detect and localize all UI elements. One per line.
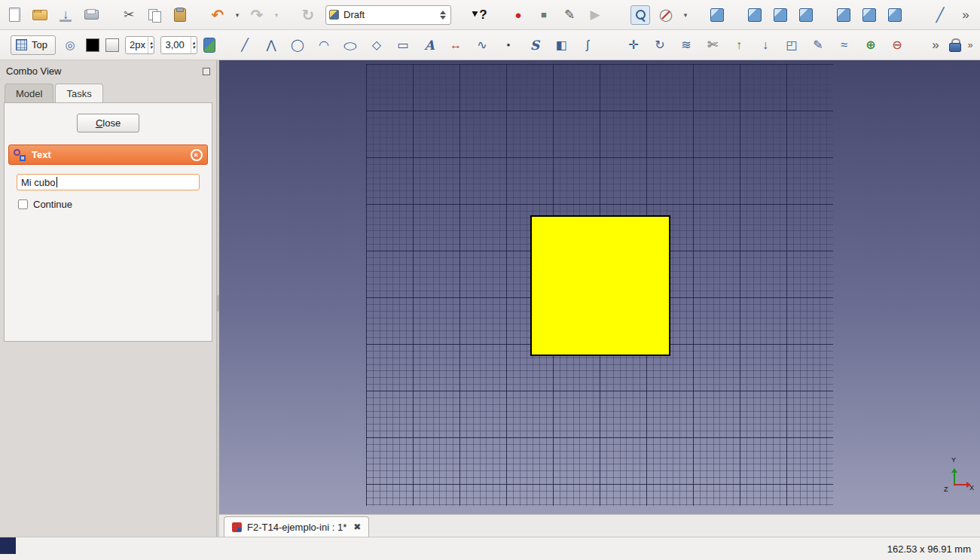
3d-viewport[interactable]: Y X Z [219, 60, 980, 514]
draw-style-dropdown-icon[interactable]: ▾ [682, 5, 689, 25]
draft-point-icon[interactable]: ● [499, 35, 518, 55]
draft-text-icon[interactable]: A [420, 35, 439, 55]
new-file-icon[interactable] [5, 5, 24, 25]
tab-model[interactable]: Model [5, 84, 53, 102]
viewport-column: Y X Z F2-T14-ejemplo-ini : 1* ✖ [219, 60, 980, 537]
draft-upgrade-icon[interactable]: ↑ [729, 35, 749, 55]
viewport-dimensions: 162.53 x 96.91 mm [887, 543, 971, 555]
measure-icon[interactable]: ╱ [930, 5, 950, 25]
panel-title: Combo View [6, 65, 61, 77]
toolbar2-extension-icon[interactable]: » [965, 35, 975, 55]
workbench-selector[interactable]: Draft [325, 5, 451, 25]
draft-rotate-icon[interactable]: ↻ [650, 35, 670, 55]
undo-dropdown-icon[interactable]: ▾ [234, 5, 241, 25]
draft-wire-join-icon[interactable]: ≈ [835, 35, 854, 55]
draw-style-icon[interactable]: ◯ [656, 5, 676, 25]
draft-downgrade-icon[interactable]: ↓ [756, 35, 775, 55]
lock-toolbar-icon[interactable] [945, 35, 965, 55]
draft-rectangle-icon[interactable]: ▭ [393, 35, 413, 55]
spinner-arrows-icon[interactable]: ▴ ▾ [191, 37, 197, 53]
view-front-icon[interactable] [745, 5, 765, 25]
cut-icon[interactable]: ✂ [119, 5, 139, 25]
text-caret [56, 177, 57, 187]
macro-stop-icon[interactable]: ■ [534, 5, 554, 25]
continue-label: Continue [33, 199, 72, 210]
text-size-value: 3,00 [161, 39, 190, 50]
draft-tray-plane-icon[interactable]: ◎ [60, 35, 80, 55]
draft-add-point-icon[interactable]: ⊕ [861, 35, 881, 55]
draft-polyline-icon[interactable]: ⋀ [261, 35, 281, 55]
document-tab[interactable]: F2-T14-ejemplo-ini : 1* ✖ [224, 516, 369, 537]
whats-this-icon[interactable]: ? [471, 5, 490, 25]
draft-trim-icon[interactable]: ✄ [703, 35, 722, 55]
zoom-icon[interactable] [630, 5, 650, 25]
view-rear-icon[interactable] [834, 5, 853, 25]
draft-move-icon[interactable]: ✛ [624, 35, 643, 55]
view-top-icon[interactable] [771, 5, 790, 25]
task-body: Mi cubo Continue [8, 174, 208, 210]
draft-edit-icon[interactable]: ✎ [808, 35, 828, 55]
macro-edit-icon[interactable]: ✎ [560, 5, 579, 25]
draft-offset-icon[interactable]: ≋ [676, 35, 696, 55]
draft-text-task-icon [14, 149, 26, 161]
save-icon[interactable]: ↓ [56, 5, 75, 25]
line-width-spinbox[interactable]: 2px ▴ ▾ [125, 36, 154, 54]
main-area: Combo View Model Tasks Close Text « [0, 60, 980, 537]
draft-bspline-icon[interactable]: ∿ [472, 35, 492, 55]
macro-record-icon[interactable]: ● [508, 5, 528, 25]
paste-icon[interactable] [170, 5, 190, 25]
continue-checkbox-row[interactable]: Continue [18, 199, 208, 210]
text-input-value: Mi cubo [21, 177, 56, 188]
continue-checkbox[interactable] [18, 199, 28, 209]
draft-dimension-icon[interactable]: ↔ [446, 35, 466, 55]
view-axonometric-icon[interactable] [707, 5, 727, 25]
collapse-icon[interactable]: « [191, 149, 203, 161]
working-plane-button[interactable]: Top [11, 35, 56, 55]
draft-shapestring-icon[interactable]: S [525, 35, 545, 55]
view-right-icon[interactable] [796, 5, 816, 25]
view-left-icon[interactable] [885, 5, 905, 25]
refresh-icon[interactable]: ↻ [298, 5, 318, 25]
cube-top-face[interactable] [530, 215, 670, 356]
line-width-value: 2px [126, 39, 148, 50]
dock-float-icon[interactable] [203, 68, 210, 75]
redo-dropdown-icon[interactable]: ▾ [273, 5, 280, 25]
macro-play-icon[interactable]: ▶ [585, 5, 605, 25]
redo-icon[interactable]: ↷ [247, 5, 267, 25]
face-color-swatch[interactable] [105, 38, 119, 52]
apply-style-icon[interactable] [203, 38, 215, 53]
draft-bezier-icon[interactable]: ʃ [578, 35, 597, 55]
text-task-header[interactable]: Text « [8, 145, 208, 165]
text-size-spinbox[interactable]: 3,00 ▴ ▾ [160, 36, 197, 54]
print-icon[interactable] [81, 5, 101, 25]
close-button[interactable]: Close [77, 114, 139, 132]
tab-close-icon[interactable]: ✖ [353, 522, 361, 532]
draft-polygon-icon[interactable]: ◇ [367, 35, 386, 55]
spinner-arrows-icon[interactable]: ▴ ▾ [148, 37, 154, 53]
combo-spinner-icon[interactable] [440, 11, 447, 20]
draft-scale-icon[interactable]: ◰ [782, 35, 801, 55]
tab-tasks[interactable]: Tasks [55, 84, 102, 102]
axis-x-arrow-icon [954, 484, 967, 485]
toolbar-draft: Top ◎ 2px ▴ ▾ 3,00 ▴ ▾ ╱ ⋀ ◯ [0, 30, 980, 60]
draft-workbench-icon [329, 10, 339, 20]
toolbar-standard-left: ↓ ✂ ↶ ▾ ↷ ▾ ↻ [5, 5, 318, 25]
view-bottom-icon[interactable] [859, 5, 879, 25]
draft-line-icon[interactable]: ╱ [235, 35, 255, 55]
line-color-swatch[interactable] [86, 38, 99, 52]
toolbar-extension-icon[interactable]: » [956, 5, 975, 25]
draft-ellipse-icon[interactable]: ◯ [340, 38, 360, 50]
draft-arc-icon[interactable]: ◠ [314, 35, 334, 55]
open-folder-icon[interactable] [30, 5, 50, 25]
workbench-selected-label: Draft [343, 9, 435, 20]
statusbar-corner-swatch [0, 537, 16, 554]
plane-icon [16, 39, 27, 50]
draft-remove-point-icon[interactable]: ⊖ [887, 35, 907, 55]
draft-facebinder-icon[interactable]: ◧ [551, 35, 571, 55]
text-input[interactable]: Mi cubo [17, 174, 200, 190]
toolbar2-more-icon[interactable]: » [926, 35, 945, 55]
copy-icon[interactable] [145, 5, 164, 25]
draft-circle-icon[interactable]: ◯ [288, 35, 307, 55]
working-plane-label: Top [32, 39, 47, 50]
undo-icon[interactable]: ↶ [208, 5, 227, 25]
